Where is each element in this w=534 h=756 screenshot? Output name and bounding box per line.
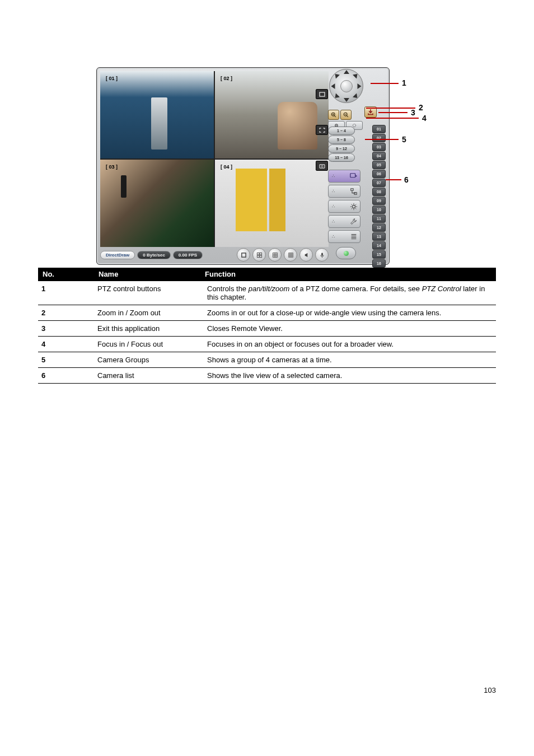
camera-02-button[interactable]: 02 bbox=[372, 134, 386, 142]
row-desc: Controls the pan/tilt/zoom of a PTZ dome… bbox=[204, 281, 496, 305]
group-5-8-button[interactable]: 5 ~ 8 bbox=[328, 136, 355, 144]
ptz-right-icon[interactable] bbox=[358, 83, 362, 89]
view-3x3-button[interactable] bbox=[268, 248, 282, 262]
dots-icon: ∴ bbox=[332, 219, 335, 224]
row-name: PTZ control buttons bbox=[94, 281, 204, 305]
fullscreen-icon[interactable] bbox=[316, 125, 328, 135]
ptz-upright-icon[interactable] bbox=[353, 72, 359, 78]
ptz-upleft-icon[interactable] bbox=[333, 72, 340, 78]
legend-header: No. Name Function bbox=[38, 268, 496, 281]
group-9-12-button[interactable]: 9 ~ 12 bbox=[328, 144, 355, 153]
page-number: 103 bbox=[0, 686, 496, 694]
ptz-down-icon[interactable] bbox=[344, 98, 349, 102]
legend-col-no: No. bbox=[38, 268, 99, 281]
network-button[interactable]: ∴ bbox=[328, 185, 360, 198]
callout-number: 5 bbox=[402, 135, 406, 144]
ptz-downleft-icon[interactable] bbox=[333, 93, 340, 100]
record-led-icon bbox=[344, 251, 349, 256]
ptz-downright-icon[interactable] bbox=[353, 93, 359, 100]
remote-connect-button[interactable]: ∴ bbox=[328, 170, 360, 183]
zoom-in-button[interactable] bbox=[328, 110, 339, 120]
legend-col-function: Function bbox=[205, 268, 496, 281]
camera-group-buttons: 1 ~ 4 5 ~ 8 9 ~ 12 13 ~ 16 bbox=[328, 127, 363, 162]
camera-list: 01 02 03 04 05 06 07 08 09 10 11 12 13 1… bbox=[372, 125, 385, 268]
table-row: 4 Focus in / Focus out Focuses in on an … bbox=[38, 337, 496, 352]
svg-rect-7 bbox=[259, 255, 261, 257]
list-button[interactable]: ∴ bbox=[328, 230, 360, 243]
table-row: 3 Exit this application Closes Remote Vi… bbox=[38, 321, 496, 337]
settings-button[interactable]: ∴ bbox=[328, 200, 360, 213]
view-2x2-button[interactable] bbox=[252, 248, 266, 262]
svg-rect-6 bbox=[257, 255, 259, 257]
callout-line-5 bbox=[365, 139, 399, 140]
table-row: 1 PTZ control buttons Controls the pan/t… bbox=[38, 281, 496, 305]
view-1x1-button[interactable] bbox=[237, 248, 250, 262]
camera-08-button[interactable]: 08 bbox=[372, 188, 386, 196]
camera-01-button[interactable]: 01 bbox=[372, 125, 386, 133]
callout-line-3 bbox=[378, 112, 407, 113]
callout-number: 4 bbox=[422, 114, 427, 123]
ptz-center-icon[interactable] bbox=[340, 80, 353, 92]
legend-table: 1 PTZ control buttons Controls the pan/t… bbox=[38, 281, 496, 384]
ptz-dial[interactable] bbox=[329, 69, 363, 103]
camera-10-button[interactable]: 10 bbox=[372, 206, 386, 214]
record-button[interactable] bbox=[336, 247, 356, 259]
zoom-out-button[interactable] bbox=[340, 110, 352, 120]
dots-icon: ∴ bbox=[332, 234, 335, 239]
video-grid: [ 01 ] [ 02 ] [ 03 ] [ 04 ] bbox=[100, 71, 329, 247]
row-no: 5 bbox=[38, 352, 94, 368]
row-no: 2 bbox=[38, 305, 94, 321]
mic-button[interactable] bbox=[315, 248, 329, 262]
camera-tile-3[interactable]: [ 03 ] bbox=[100, 160, 214, 247]
right-control-panel: 1 ~ 4 5 ~ 8 9 ~ 12 13 ~ 16 01 02 03 04 0… bbox=[328, 69, 386, 263]
camera-06-button[interactable]: 06 bbox=[372, 170, 386, 178]
row-desc: Closes Remote Viewer. bbox=[204, 321, 496, 337]
camera-label: [ 02 ] bbox=[221, 76, 232, 81]
group-1-4-button[interactable]: 1 ~ 4 bbox=[328, 127, 355, 135]
camera-03-button[interactable]: 03 bbox=[372, 143, 386, 151]
screenshot-container: [ 01 ] [ 02 ] [ 03 ] [ 04 ] DirectDraw 0… bbox=[96, 67, 422, 265]
row-name: Focus in / Focus out bbox=[94, 337, 204, 352]
row-name: Exit this application bbox=[94, 321, 204, 337]
camera-15-button[interactable]: 15 bbox=[372, 250, 386, 259]
dots-icon: ∴ bbox=[332, 174, 335, 179]
ptz-left-icon[interactable] bbox=[331, 83, 335, 89]
app-window: [ 01 ] [ 02 ] [ 03 ] [ 04 ] DirectDraw 0… bbox=[96, 67, 390, 265]
camera-07-button[interactable]: 07 bbox=[372, 179, 386, 187]
audio-button[interactable] bbox=[299, 248, 313, 262]
camera-13-button[interactable]: 13 bbox=[372, 232, 386, 241]
table-row: 5 Camera Groups Shows a group of 4 camer… bbox=[38, 352, 496, 368]
callout-number: 3 bbox=[411, 108, 415, 117]
window-mode-icon[interactable] bbox=[316, 89, 328, 99]
camera-04-button[interactable]: 04 bbox=[372, 152, 386, 160]
row-no: 6 bbox=[38, 368, 94, 384]
camera-tile-4[interactable]: [ 04 ] bbox=[215, 160, 329, 247]
camera-tile-1[interactable]: [ 01 ] bbox=[100, 71, 214, 158]
snapshot-icon[interactable] bbox=[316, 161, 328, 171]
camera-tile-2[interactable]: [ 02 ] bbox=[215, 71, 329, 158]
svg-point-17 bbox=[352, 205, 355, 208]
callout-line-4 bbox=[366, 118, 419, 119]
svg-rect-8 bbox=[321, 253, 323, 256]
view-4x4-button[interactable] bbox=[284, 248, 297, 262]
camera-05-button[interactable]: 05 bbox=[372, 161, 386, 169]
tool-button[interactable]: ∴ bbox=[328, 215, 360, 228]
svg-rect-3 bbox=[241, 253, 245, 256]
callout-line-2 bbox=[366, 108, 415, 109]
group-13-16-button[interactable]: 13 ~ 16 bbox=[328, 153, 355, 162]
row-desc: Shows the live view of a selected camera… bbox=[204, 368, 496, 384]
row-name: Camera Groups bbox=[94, 352, 204, 368]
row-desc: Focuses in on an object or focuses out f… bbox=[204, 337, 496, 352]
camera-16-button[interactable]: 16 bbox=[372, 259, 386, 268]
camera-11-button[interactable]: 11 bbox=[372, 214, 386, 223]
ptz-up-icon[interactable] bbox=[344, 70, 349, 74]
camera-09-button[interactable]: 09 bbox=[372, 197, 386, 205]
camera-12-button[interactable]: 12 bbox=[372, 223, 386, 232]
row-desc: Shows a group of 4 cameras at a time. bbox=[204, 352, 496, 368]
camera-14-button[interactable]: 14 bbox=[372, 241, 386, 250]
callout-number: 1 bbox=[402, 78, 406, 87]
row-no: 1 bbox=[38, 281, 94, 305]
row-desc: Zooms in or out for a close-up or wide-a… bbox=[204, 305, 496, 321]
table-row: 6 Camera list Shows the live view of a s… bbox=[38, 368, 496, 384]
camera-label: [ 03 ] bbox=[106, 164, 118, 170]
